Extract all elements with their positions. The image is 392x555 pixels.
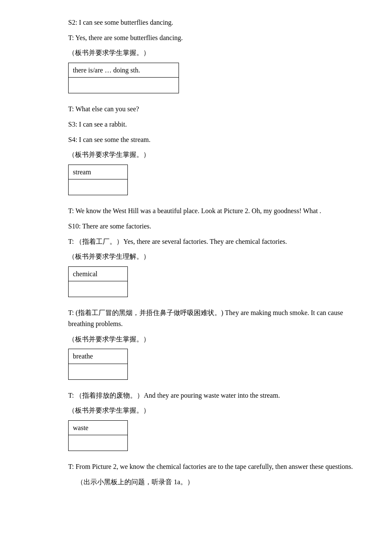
line-t6: T: （指着排放的废物。）And they are pouring waste … [68,390,358,401]
line-t5: T: (指着工厂冒的黑烟，并捂住鼻子做呼吸困难状。) They are maki… [68,307,358,329]
vocab-word-4: breathe [69,349,127,364]
vocab-word-3: chemical [69,267,127,282]
vocab-blank-2 [69,179,127,195]
line-note2: （板书并要求学生掌握。） [68,149,358,160]
line-note4: （板书并要求学生掌握。） [68,334,358,345]
vocab-box-1: there is/are … doing sth. [68,63,179,94]
line-s4: S4: I can see some the stream. [68,134,358,145]
line-t3: T: We know the West Hill was a beautiful… [68,205,358,217]
line-s3: S3: I can see a rabbit. [68,119,358,130]
vocab-word-1: there is/are … doing sth. [69,63,179,78]
vocab-blank-3 [69,281,127,297]
vocab-blank-1 [69,78,179,93]
vocab-box-3: chemical [68,266,128,298]
vocab-blank-4 [69,364,127,379]
vocab-box-5: waste [68,420,128,451]
vocab-box-2: stream [68,165,128,196]
vocab-word-5: waste [69,421,127,436]
line-t7: T: From Picture 2, we know the chemical … [68,461,358,472]
line-t1: T: Yes, there are some butterflies danci… [68,32,358,43]
vocab-box-4: breathe [68,349,128,380]
vocab-word-2: stream [69,165,127,180]
line-note5: （板书并要求学生掌握。） [68,405,358,416]
line-note3: （板书并要求学生理解。） [68,251,358,262]
line-s10: S10: There are some factories. [68,221,358,232]
line-note1: （板书并要求学生掌握。） [68,47,358,58]
line-t2: T: What else can you see? [68,104,358,115]
line-t4: T: （指着工厂。）Yes, there are several factori… [68,236,358,247]
line-note6: （出示小黑板上的问题，听录音 1a。） [77,477,358,488]
page-content: S2: I can see some butterflies dancing. … [43,17,358,488]
vocab-blank-5 [69,435,127,451]
line-s2: S2: I can see some butterflies dancing. [68,17,358,28]
